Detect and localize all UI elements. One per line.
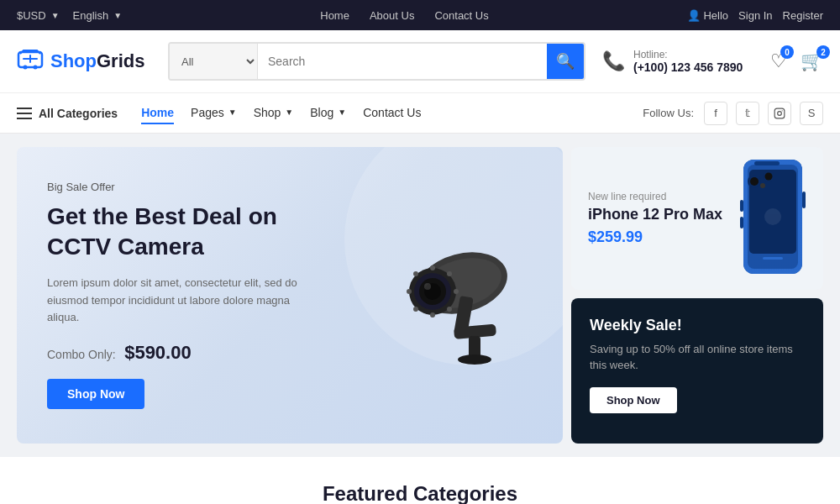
nav-right: Follow Us: f 𝕥 S [643,102,823,125]
svg-point-19 [413,307,418,312]
topbar-home-link[interactable]: Home [320,9,349,22]
svg-rect-36 [802,192,806,208]
hotline: 📞 Hotline: (+100) 123 456 7890 [602,49,753,74]
logo-text: ShopGrids [50,50,144,72]
svg-rect-30 [754,161,780,165]
hero-price: $590.00 [124,342,192,363]
top-bar-left: $USD ▼ English ▼ [17,9,122,22]
svg-point-2 [34,65,38,69]
search-category-select[interactable]: All Electronics Cameras [170,44,258,79]
nav-menu: Home Pages ▼ Shop ▼ Blog ▼ Contact Us [141,102,421,124]
phone-icon: 📞 [602,50,625,72]
nav-blog[interactable]: Blog ▼ [310,102,346,124]
combo-label: Combo Only: [47,348,116,361]
cart-button[interactable]: 🛒 2 [801,50,823,72]
weekly-sale-button[interactable]: Shop Now [590,387,677,413]
hero-title: Get the Best Deal on CCTV Camera [47,202,282,263]
svg-rect-37 [740,200,743,212]
nav-home[interactable]: Home [141,102,174,124]
main-nav: All Categories Home Pages ▼ Shop ▼ Blog … [0,93,840,134]
top-bar-nav: Home About Us Contact Us [320,9,488,22]
pages-caret: ▼ [228,108,237,117]
nav-contact[interactable]: Contact Us [363,102,421,124]
svg-point-15 [407,289,412,294]
top-bar-right: 👤 Hello Sign In Register [687,9,823,22]
hero-section: Big Sale Offer Get the Best Deal on CCTV… [0,134,840,457]
promo-card-text: New line required iPhone 12 Pro Max $259… [588,191,722,246]
hero-shop-now-button[interactable]: Shop Now [47,379,144,409]
cart-badge: 2 [816,45,830,59]
svg-point-34 [765,172,773,180]
search-icon: 🔍 [556,52,575,71]
svg-point-40 [764,208,781,225]
nav-left: All Categories Home Pages ▼ Shop ▼ Blog … [17,102,421,124]
shop-caret: ▼ [285,108,293,117]
svg-point-24 [458,354,491,365]
topbar-about-link[interactable]: About Us [370,9,414,22]
svg-point-4 [778,111,782,115]
twitter-icon[interactable]: 𝕥 [736,102,759,125]
svg-rect-39 [763,257,783,260]
featured-section: Featured Categories [0,457,840,504]
svg-rect-38 [740,217,743,228]
hero-description: Lorem ipsum dolor sit amet, consectetur … [47,275,299,327]
user-hello: 👤 Hello [687,9,728,22]
svg-point-32 [750,177,759,186]
register-link[interactable]: Register [783,9,823,22]
nav-pages[interactable]: Pages ▼ [191,102,237,124]
svg-point-17 [413,271,418,276]
phone-image [739,158,806,279]
follow-label: Follow Us: [643,107,694,119]
hotline-number: (+100) 123 456 7890 [633,60,743,74]
svg-point-18 [447,271,452,276]
all-categories-label: All Categories [39,107,118,120]
blog-caret: ▼ [338,108,346,117]
hotline-label: Hotline: [633,49,743,60]
hamburger-icon [17,108,32,119]
facebook-icon[interactable]: f [704,102,727,125]
promo-price: $259.99 [588,228,722,246]
promo-product-title: iPhone 12 Pro Max [588,206,722,223]
svg-point-1 [24,65,28,69]
weekly-sale-title: Weekly Sale! [590,317,805,334]
hotline-details: Hotline: (+100) 123 456 7890 [633,49,743,74]
search-button[interactable]: 🔍 [547,44,584,79]
wishlist-button[interactable]: ♡ 0 [770,50,787,72]
cctv-camera-image [370,212,538,380]
hero-tag: Big Sale Offer [47,181,533,193]
weekly-sale-card: Weekly Sale! Saving up to 50% off all on… [571,298,823,444]
svg-point-20 [447,307,452,312]
svg-point-13 [430,265,435,270]
topbar-contact-link[interactable]: Contact Us [434,9,488,22]
language-label: English [73,9,109,22]
all-categories[interactable]: All Categories [17,107,118,120]
language-caret: ▼ [113,11,122,20]
weekly-sale-description: Saving up to 50% off all online store it… [590,341,805,374]
promo-sub-label: New line required [588,191,722,202]
header: ShopGrids All Electronics Cameras 🔍 📞 Ho… [0,30,840,93]
logo-icon [17,47,44,76]
hero-sidebar: New line required iPhone 12 Pro Max $259… [571,147,823,444]
svg-rect-3 [774,108,785,118]
promo-card: New line required iPhone 12 Pro Max $259… [571,147,823,290]
search-input[interactable] [258,44,547,79]
currency-selector[interactable]: $USD ▼ [17,9,60,22]
top-bar: $USD ▼ English ▼ Home About Us Contact U… [0,0,840,30]
featured-title: Featured Categories [17,482,823,504]
language-selector[interactable]: English ▼ [73,9,123,22]
social-icons: f 𝕥 S [704,102,823,125]
sign-in-link[interactable]: Sign In [738,9,772,22]
svg-point-16 [454,289,459,294]
currency-label: $USD [17,9,46,22]
svg-point-12 [424,283,431,290]
nav-shop[interactable]: Shop ▼ [254,102,294,124]
logo[interactable]: ShopGrids [17,47,151,76]
svg-point-14 [430,312,435,318]
currency-caret: ▼ [51,11,60,20]
svg-point-35 [760,183,765,188]
svg-point-5 [782,110,783,111]
skype-icon[interactable]: S [800,102,823,125]
wishlist-badge: 0 [780,45,794,59]
instagram-icon[interactable] [768,102,791,125]
search-bar: All Electronics Cameras 🔍 [168,42,585,81]
